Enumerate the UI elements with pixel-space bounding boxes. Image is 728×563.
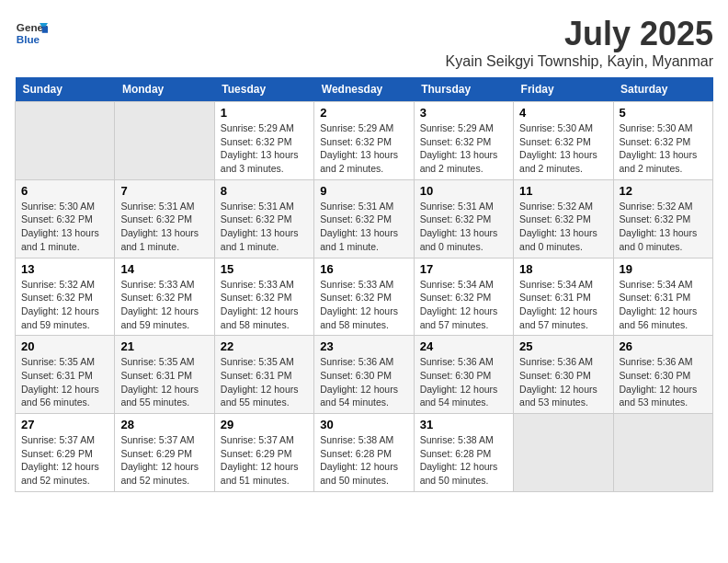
calendar-table: SundayMondayTuesdayWednesdayThursdayFrid…	[15, 77, 713, 492]
day-info: Sunrise: 5:34 AM Sunset: 6:31 PM Dayligh…	[519, 278, 607, 332]
day-number: 17	[420, 262, 507, 276]
calendar-cell: 31Sunrise: 5:38 AM Sunset: 6:28 PM Dayli…	[414, 414, 513, 492]
day-info: Sunrise: 5:37 AM Sunset: 6:29 PM Dayligh…	[120, 433, 208, 488]
day-header-monday: Monday	[115, 77, 214, 102]
day-info: Sunrise: 5:36 AM Sunset: 6:30 PM Dayligh…	[420, 355, 507, 409]
day-header-saturday: Saturday	[613, 77, 712, 102]
day-number: 11	[519, 184, 607, 198]
calendar-cell: 14Sunrise: 5:33 AM Sunset: 6:32 PM Dayli…	[115, 258, 214, 336]
calendar-cell	[514, 414, 613, 492]
day-number: 23	[320, 339, 407, 353]
week-row-3: 13Sunrise: 5:32 AM Sunset: 6:32 PM Dayli…	[16, 258, 713, 336]
day-info: Sunrise: 5:34 AM Sunset: 6:31 PM Dayligh…	[620, 278, 707, 332]
day-number: 27	[21, 418, 108, 431]
day-info: Sunrise: 5:35 AM Sunset: 6:31 PM Dayligh…	[21, 355, 108, 409]
day-info: Sunrise: 5:29 AM Sunset: 6:32 PM Dayligh…	[221, 121, 308, 176]
day-info: Sunrise: 5:34 AM Sunset: 6:32 PM Dayligh…	[420, 278, 507, 332]
day-info: Sunrise: 5:33 AM Sunset: 6:32 PM Dayligh…	[221, 278, 308, 332]
day-number: 20	[21, 339, 108, 353]
day-header-friday: Friday	[514, 77, 613, 102]
day-info: Sunrise: 5:29 AM Sunset: 6:32 PM Dayligh…	[420, 121, 507, 176]
calendar-cell: 3Sunrise: 5:29 AM Sunset: 6:32 PM Daylig…	[414, 102, 513, 180]
calendar-cell: 2Sunrise: 5:29 AM Sunset: 6:32 PM Daylig…	[314, 102, 414, 180]
calendar-cell	[613, 414, 712, 492]
day-info: Sunrise: 5:37 AM Sunset: 6:29 PM Dayligh…	[21, 433, 108, 488]
day-number: 1	[221, 106, 308, 120]
day-number: 21	[120, 339, 208, 353]
day-number: 6	[21, 184, 108, 198]
week-row-2: 6Sunrise: 5:30 AM Sunset: 6:32 PM Daylig…	[16, 179, 713, 258]
day-info: Sunrise: 5:36 AM Sunset: 6:30 PM Dayligh…	[620, 355, 707, 409]
svg-marker-3	[42, 27, 48, 33]
day-number: 24	[420, 339, 507, 353]
week-row-1: 1Sunrise: 5:29 AM Sunset: 6:32 PM Daylig…	[16, 102, 713, 180]
day-number: 25	[519, 339, 607, 353]
calendar-cell: 6Sunrise: 5:30 AM Sunset: 6:32 PM Daylig…	[16, 179, 115, 258]
main-title: July 2025	[446, 15, 713, 53]
calendar-cell: 22Sunrise: 5:35 AM Sunset: 6:31 PM Dayli…	[214, 336, 313, 414]
day-number: 2	[320, 106, 407, 120]
calendar-cell: 10Sunrise: 5:31 AM Sunset: 6:32 PM Dayli…	[414, 179, 513, 258]
calendar-cell	[16, 102, 115, 180]
calendar-cell: 4Sunrise: 5:30 AM Sunset: 6:32 PM Daylig…	[514, 102, 613, 180]
day-number: 9	[320, 184, 407, 198]
day-number: 28	[120, 418, 208, 431]
day-number: 15	[221, 262, 308, 276]
day-info: Sunrise: 5:33 AM Sunset: 6:32 PM Dayligh…	[120, 278, 208, 332]
day-info: Sunrise: 5:35 AM Sunset: 6:31 PM Dayligh…	[120, 355, 208, 409]
day-number: 19	[620, 262, 707, 276]
day-info: Sunrise: 5:31 AM Sunset: 6:32 PM Dayligh…	[120, 200, 208, 254]
day-number: 16	[320, 262, 407, 276]
day-number: 5	[620, 106, 707, 120]
day-info: Sunrise: 5:38 AM Sunset: 6:28 PM Dayligh…	[320, 433, 407, 488]
calendar-cell: 12Sunrise: 5:32 AM Sunset: 6:32 PM Dayli…	[613, 179, 712, 258]
calendar-cell: 11Sunrise: 5:32 AM Sunset: 6:32 PM Dayli…	[514, 179, 613, 258]
calendar-cell: 13Sunrise: 5:32 AM Sunset: 6:32 PM Dayli…	[16, 258, 115, 336]
day-number: 31	[420, 418, 507, 431]
day-info: Sunrise: 5:37 AM Sunset: 6:29 PM Dayligh…	[221, 433, 308, 488]
day-info: Sunrise: 5:29 AM Sunset: 6:32 PM Dayligh…	[320, 121, 407, 176]
calendar-cell: 23Sunrise: 5:36 AM Sunset: 6:30 PM Dayli…	[314, 336, 414, 414]
week-row-4: 20Sunrise: 5:35 AM Sunset: 6:31 PM Dayli…	[16, 336, 713, 414]
calendar-cell: 5Sunrise: 5:30 AM Sunset: 6:32 PM Daylig…	[613, 102, 712, 180]
day-info: Sunrise: 5:30 AM Sunset: 6:32 PM Dayligh…	[519, 121, 607, 176]
day-number: 18	[519, 262, 607, 276]
calendar-cell: 26Sunrise: 5:36 AM Sunset: 6:30 PM Dayli…	[613, 336, 712, 414]
calendar-cell: 18Sunrise: 5:34 AM Sunset: 6:31 PM Dayli…	[514, 258, 613, 336]
calendar-cell: 7Sunrise: 5:31 AM Sunset: 6:32 PM Daylig…	[115, 179, 214, 258]
day-number: 10	[420, 184, 507, 198]
day-header-sunday: Sunday	[16, 77, 115, 102]
day-info: Sunrise: 5:30 AM Sunset: 6:32 PM Dayligh…	[21, 200, 108, 254]
calendar-cell: 24Sunrise: 5:36 AM Sunset: 6:30 PM Dayli…	[414, 336, 513, 414]
calendar-cell: 9Sunrise: 5:31 AM Sunset: 6:32 PM Daylig…	[314, 179, 414, 258]
logo: General Blue	[15, 15, 48, 48]
calendar-cell: 25Sunrise: 5:36 AM Sunset: 6:30 PM Dayli…	[514, 336, 613, 414]
calendar-cell: 30Sunrise: 5:38 AM Sunset: 6:28 PM Dayli…	[314, 414, 414, 492]
day-info: Sunrise: 5:36 AM Sunset: 6:30 PM Dayligh…	[519, 355, 607, 409]
day-header-thursday: Thursday	[414, 77, 513, 102]
calendar-header-row: SundayMondayTuesdayWednesdayThursdayFrid…	[16, 77, 713, 102]
day-info: Sunrise: 5:35 AM Sunset: 6:31 PM Dayligh…	[221, 355, 308, 409]
day-number: 13	[21, 262, 108, 276]
day-number: 26	[620, 339, 707, 353]
day-header-tuesday: Tuesday	[214, 77, 313, 102]
day-number: 8	[221, 184, 308, 198]
day-number: 4	[519, 106, 607, 120]
title-block: July 2025 Kyain Seikgyi Township, Kayin,…	[446, 15, 713, 70]
day-number: 12	[620, 184, 707, 198]
day-number: 29	[221, 418, 308, 431]
calendar-cell: 28Sunrise: 5:37 AM Sunset: 6:29 PM Dayli…	[115, 414, 214, 492]
calendar-cell: 27Sunrise: 5:37 AM Sunset: 6:29 PM Dayli…	[16, 414, 115, 492]
svg-text:Blue: Blue	[17, 33, 40, 45]
day-info: Sunrise: 5:38 AM Sunset: 6:28 PM Dayligh…	[420, 433, 507, 488]
day-info: Sunrise: 5:33 AM Sunset: 6:32 PM Dayligh…	[320, 278, 407, 332]
subtitle: Kyain Seikgyi Township, Kayin, Myanmar	[446, 53, 713, 70]
calendar-cell: 19Sunrise: 5:34 AM Sunset: 6:31 PM Dayli…	[613, 258, 712, 336]
day-number: 30	[320, 418, 407, 431]
calendar-cell: 29Sunrise: 5:37 AM Sunset: 6:29 PM Dayli…	[214, 414, 313, 492]
calendar-cell: 21Sunrise: 5:35 AM Sunset: 6:31 PM Dayli…	[115, 336, 214, 414]
day-info: Sunrise: 5:31 AM Sunset: 6:32 PM Dayligh…	[420, 200, 507, 254]
day-info: Sunrise: 5:36 AM Sunset: 6:30 PM Dayligh…	[320, 355, 407, 409]
day-info: Sunrise: 5:31 AM Sunset: 6:32 PM Dayligh…	[320, 200, 407, 254]
calendar-cell: 17Sunrise: 5:34 AM Sunset: 6:32 PM Dayli…	[414, 258, 513, 336]
